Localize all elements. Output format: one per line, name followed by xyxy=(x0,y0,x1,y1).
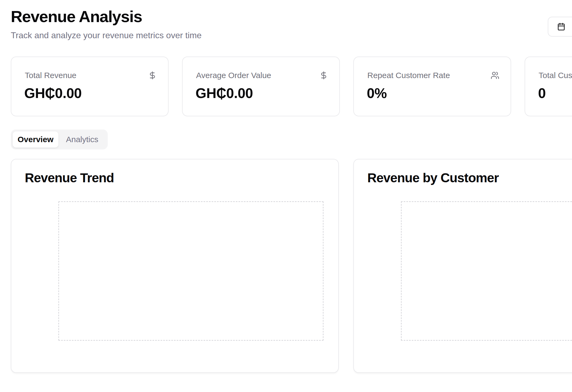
metric-label: Total Revenue xyxy=(25,71,76,80)
metric-card-average-order-value: Average Order Value GH₵0.00 xyxy=(182,57,340,116)
dollar-sign-icon xyxy=(148,71,157,80)
tab-analytics[interactable]: Analytics xyxy=(58,131,106,148)
metric-card-total-revenue: Total Revenue GH₵0.00 xyxy=(11,57,169,116)
chart-card-revenue-trend: Revenue Trend xyxy=(11,159,339,373)
page-title: Revenue Analysis xyxy=(11,7,142,26)
chart-card-revenue-by-customer: Revenue by Customer xyxy=(353,159,572,373)
revenue-analysis-page: Revenue Analysis Track and analyze your … xyxy=(0,0,572,392)
date-range-button[interactable] xyxy=(548,17,572,37)
metric-label: Average Order Value xyxy=(196,71,271,80)
chart-title: Revenue by Customer xyxy=(367,170,499,186)
metric-card-total-customers: Total Customers 0 xyxy=(525,57,572,116)
metric-value: GH₵0.00 xyxy=(24,85,82,101)
metric-value: GH₵0.00 xyxy=(196,85,253,101)
calendar-icon xyxy=(557,23,565,31)
dollar-sign-icon xyxy=(319,71,328,80)
users-icon xyxy=(491,71,499,80)
metric-value: 0% xyxy=(367,85,387,101)
chart-title: Revenue Trend xyxy=(25,170,114,186)
revenue-by-customer-chart-placeholder xyxy=(401,201,572,341)
tab-overview[interactable]: Overview xyxy=(13,131,58,148)
page-subtitle: Track and analyze your revenue metrics o… xyxy=(11,30,201,40)
metric-label: Total Customers xyxy=(539,71,572,80)
metric-value: 0 xyxy=(538,85,546,101)
tabs-bar: Overview Analytics xyxy=(11,130,108,149)
metric-label: Repeat Customer Rate xyxy=(367,71,450,80)
revenue-trend-chart-placeholder xyxy=(58,201,323,341)
metric-card-repeat-customer-rate: Repeat Customer Rate 0% xyxy=(353,57,511,116)
